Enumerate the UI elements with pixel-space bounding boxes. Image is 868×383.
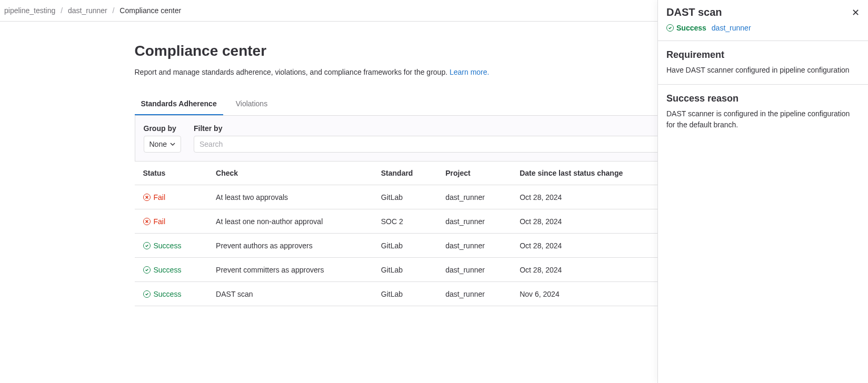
check-cell: At least two approvals — [207, 185, 373, 209]
reason-text: DAST scanner is configured in the pipeli… — [666, 108, 860, 130]
date-cell: Oct 28, 2024 — [511, 234, 670, 258]
tabs: Standards Adherence Violations — [135, 93, 734, 116]
success-icon — [666, 24, 674, 32]
breadcrumb-item-current: Compliance center — [119, 6, 181, 15]
col-check: Check — [207, 162, 373, 185]
table-row: FailAt least one non-author approvalSOC … — [135, 209, 734, 234]
main-content: Compliance center Report and manage stan… — [126, 22, 742, 327]
status-text: Success — [154, 241, 182, 250]
date-cell: Nov 6, 2024 — [511, 282, 670, 306]
group-by-value: None — [149, 140, 167, 148]
breadcrumb-separator: / — [61, 6, 63, 15]
status-text: Success — [154, 290, 182, 298]
breadcrumb-item-0[interactable]: pipeline_testing — [4, 6, 55, 15]
date-cell: Oct 28, 2024 — [511, 209, 670, 234]
page-description-text: Report and manage standards adherence, v… — [135, 68, 450, 76]
table-row: SuccessPrevent committers as approversGi… — [135, 258, 734, 282]
page-description: Report and manage standards adherence, v… — [135, 68, 734, 76]
tab-violations[interactable]: Violations — [230, 93, 274, 115]
panel-status-text: Success — [676, 24, 706, 32]
check-cell: At least one non-author approval — [207, 209, 373, 234]
standard-cell: GitLab — [373, 282, 437, 306]
project-cell: dast_runner — [437, 282, 511, 306]
status-cell: Fail — [143, 193, 166, 201]
check-cell: Prevent authors as approvers — [207, 234, 373, 258]
success-icon — [143, 290, 151, 298]
filters-bar: Group by None Filter by — [135, 116, 734, 162]
tab-standards-adherence[interactable]: Standards Adherence — [135, 93, 223, 115]
group-by-filter: Group by None — [144, 124, 181, 153]
adherence-table: Status Check Standard Project Date since… — [135, 162, 734, 306]
project-cell: dast_runner — [437, 209, 511, 234]
breadcrumb-separator: / — [113, 6, 115, 15]
col-date: Date since last status change — [511, 162, 670, 185]
panel-title: DAST scan — [666, 6, 860, 18]
filter-by-label: Filter by — [194, 124, 725, 133]
col-status: Status — [135, 162, 208, 185]
details-panel: ✕ DAST scan Success dast_runner Requirem… — [657, 0, 868, 327]
breadcrumb-item-1[interactable]: dast_runner — [68, 6, 107, 15]
fail-icon — [143, 194, 151, 201]
reason-heading: Success reason — [666, 93, 860, 104]
standard-cell: GitLab — [373, 234, 437, 258]
learn-more-link[interactable]: Learn more. — [450, 68, 489, 76]
success-icon — [143, 266, 151, 274]
page-title: Compliance center — [135, 43, 734, 59]
date-cell: Oct 28, 2024 — [511, 185, 670, 209]
group-by-label: Group by — [144, 124, 181, 133]
chevron-down-icon — [170, 142, 175, 147]
table-row: SuccessPrevent authors as approversGitLa… — [135, 234, 734, 258]
panel-header: ✕ DAST scan Success dast_runner — [658, 0, 868, 41]
search-input[interactable] — [194, 136, 725, 153]
project-cell: dast_runner — [437, 258, 511, 282]
fail-icon — [143, 218, 151, 225]
project-cell: dast_runner — [437, 185, 511, 209]
check-cell: Prevent committers as approvers — [207, 258, 373, 282]
status-text: Fail — [154, 217, 166, 226]
panel-status-row: Success dast_runner — [666, 24, 860, 32]
check-cell: DAST scan — [207, 282, 373, 306]
standard-cell: SOC 2 — [373, 209, 437, 234]
panel-reason-section: Success reason DAST scanner is configure… — [658, 85, 868, 139]
status-text: Success — [154, 266, 182, 274]
panel-status-badge: Success — [666, 24, 706, 32]
close-icon: ✕ — [852, 7, 860, 18]
col-standard: Standard — [373, 162, 437, 185]
col-project: Project — [437, 162, 511, 185]
panel-project-link[interactable]: dast_runner — [712, 24, 751, 32]
requirement-text: Have DAST scanner configured in pipeline… — [666, 65, 860, 76]
filter-by-group: Filter by — [194, 124, 725, 153]
panel-requirement-section: Requirement Have DAST scanner configured… — [658, 41, 868, 85]
close-button[interactable]: ✕ — [849, 6, 862, 19]
project-cell: dast_runner — [437, 234, 511, 258]
requirement-heading: Requirement — [666, 49, 860, 61]
status-text: Fail — [154, 193, 166, 201]
group-by-dropdown[interactable]: None — [144, 136, 181, 153]
table-row: FailAt least two approvalsGitLabdast_run… — [135, 185, 734, 209]
standard-cell: GitLab — [373, 258, 437, 282]
date-cell: Oct 28, 2024 — [511, 258, 670, 282]
table-row: SuccessDAST scanGitLabdast_runnerNov 6, … — [135, 282, 734, 306]
status-cell: Success — [143, 266, 182, 274]
success-icon — [143, 242, 151, 249]
standard-cell: GitLab — [373, 185, 437, 209]
status-cell: Success — [143, 241, 182, 250]
status-cell: Success — [143, 290, 182, 298]
status-cell: Fail — [143, 217, 166, 226]
